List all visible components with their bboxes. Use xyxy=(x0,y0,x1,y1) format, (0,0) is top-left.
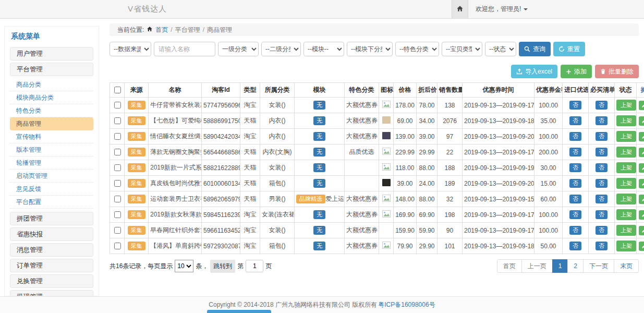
row-checkbox[interactable] xyxy=(114,180,121,187)
status-button[interactable]: 上架 xyxy=(616,100,636,111)
sidebar-subitem-4[interactable]: 特色分类 xyxy=(10,104,93,117)
icon-cell xyxy=(379,98,394,113)
reset-button[interactable]: 重置 xyxy=(553,42,585,56)
sidebar-item-1[interactable]: 平台管理 xyxy=(10,63,93,76)
row-checkbox[interactable] xyxy=(114,117,121,124)
imported-toggle[interactable]: 否 xyxy=(569,148,581,156)
home-button[interactable] xyxy=(452,0,468,18)
row-checkbox[interactable] xyxy=(114,211,121,218)
page-item-3[interactable]: 2 xyxy=(567,259,584,273)
data-source-select[interactable]: --数据来源-- xyxy=(110,42,151,56)
import-excel-button[interactable]: 导入excel xyxy=(511,65,557,78)
imported-toggle[interactable]: 否 xyxy=(569,242,581,250)
imported-toggle[interactable]: 否 xyxy=(569,226,581,235)
item-type-select[interactable]: --宝贝类型-- xyxy=(442,42,482,56)
sidebar-item-15[interactable]: 订单管理 xyxy=(10,259,93,272)
page-item-5[interactable]: 末页 xyxy=(614,259,639,273)
must-buy-toggle[interactable]: 否 xyxy=(596,163,607,172)
row-checkbox[interactable] xyxy=(114,133,121,140)
sidebar-item-13[interactable]: 省惠快报 xyxy=(10,227,93,241)
page-item-2[interactable]: 1 xyxy=(552,259,568,273)
jump-button[interactable]: 跳转到 xyxy=(210,260,235,273)
sidebar-item-17[interactable]: 提现管理 xyxy=(10,290,93,296)
sidebar-subitem-3[interactable]: 模块商品分类 xyxy=(10,91,93,104)
imported-toggle[interactable]: 否 xyxy=(569,195,581,203)
edit-button[interactable] xyxy=(639,242,644,251)
imported-toggle[interactable]: 否 xyxy=(569,116,581,125)
sidebar-subitem-8[interactable]: 轮播管理 xyxy=(10,156,93,170)
must-buy-toggle[interactable]: 否 xyxy=(596,148,607,156)
module-select[interactable]: --模块-- xyxy=(303,42,344,56)
edit-button[interactable] xyxy=(639,195,644,204)
imported-toggle[interactable]: 否 xyxy=(569,132,581,141)
edit-button[interactable] xyxy=(639,132,644,141)
status-cell: 上架 xyxy=(615,145,637,160)
must-buy-toggle[interactable]: 否 xyxy=(596,179,607,188)
module-subcategory-select[interactable]: --模块下分类-- xyxy=(347,42,393,56)
edit-button[interactable] xyxy=(639,101,644,110)
status-button[interactable]: 上架 xyxy=(616,194,636,204)
status-button[interactable]: 上架 xyxy=(616,115,636,126)
status-button[interactable]: 上架 xyxy=(616,162,636,173)
must-buy-toggle[interactable]: 否 xyxy=(596,101,607,110)
level1-category-select[interactable]: 一级分类 xyxy=(218,42,259,56)
user-menu[interactable]: 欢迎您，管理员! xyxy=(476,5,528,14)
batch-delete-button[interactable]: 批量删除 xyxy=(595,65,639,78)
sidebar-subitem-10[interactable]: 意见反馈 xyxy=(10,183,93,196)
edit-button[interactable] xyxy=(639,163,644,173)
row-checkbox[interactable] xyxy=(114,149,121,155)
must-buy-toggle[interactable]: 否 xyxy=(596,116,607,125)
status-button[interactable]: 上架 xyxy=(616,178,636,189)
sidebar-item-14[interactable]: 消息管理 xyxy=(10,243,93,257)
icp-link[interactable]: 粤ICP备16098006号 xyxy=(378,300,435,309)
sidebar-subitem-7[interactable]: 版本管理 xyxy=(10,143,93,156)
level2-category-select[interactable]: --二级分类-- xyxy=(261,42,301,56)
status-select[interactable]: --状态-- xyxy=(485,42,516,56)
row-checkbox[interactable] xyxy=(114,227,121,234)
breadcrumb-home-link[interactable]: 首页 xyxy=(155,26,168,34)
status-button[interactable]: 上架 xyxy=(616,131,636,142)
sidebar-subitem-2[interactable]: 商品分类 xyxy=(10,78,93,91)
edit-button[interactable] xyxy=(639,210,644,220)
imported-toggle[interactable]: 否 xyxy=(569,179,581,188)
page-number-input[interactable] xyxy=(246,260,263,272)
page-item-4[interactable]: 下一页 xyxy=(583,259,614,273)
status-button[interactable]: 上架 xyxy=(616,209,636,220)
edit-button[interactable] xyxy=(639,148,644,157)
name-input[interactable] xyxy=(154,42,215,56)
status-button[interactable]: 上架 xyxy=(616,147,636,158)
edit-button[interactable] xyxy=(639,116,644,126)
must-buy-toggle[interactable]: 否 xyxy=(596,195,607,203)
add-button[interactable]: 添加 xyxy=(561,65,592,78)
row-checkbox[interactable] xyxy=(114,243,121,249)
feature-category-select[interactable]: --特色分类-- xyxy=(395,42,439,56)
sidebar-item-12[interactable]: 拼团管理 xyxy=(10,212,93,225)
page-suffix: 页 xyxy=(265,262,272,271)
row-checkbox[interactable] xyxy=(114,196,121,202)
must-buy-toggle[interactable]: 否 xyxy=(596,132,607,141)
page-item-0[interactable]: 首页 xyxy=(497,259,522,273)
sidebar-item-16[interactable]: 兑换管理 xyxy=(10,274,93,288)
edit-button[interactable] xyxy=(639,179,644,188)
select-all-checkbox[interactable] xyxy=(114,87,121,93)
imported-toggle[interactable]: 否 xyxy=(569,101,581,110)
search-button[interactable]: 查询 xyxy=(519,42,551,56)
sidebar-item-0[interactable]: 用户管理 xyxy=(10,47,93,61)
sidebar-subitem-6[interactable]: 宣传物料 xyxy=(10,130,93,143)
must-buy-toggle[interactable]: 否 xyxy=(596,242,607,250)
page-item-1[interactable]: 上一页 xyxy=(521,259,553,273)
sidebar-subitem-11[interactable]: 平台配置 xyxy=(10,196,93,209)
checkbox-cell xyxy=(110,176,125,191)
sidebar-subitem-9[interactable]: 启动页管理 xyxy=(10,170,93,183)
imported-toggle[interactable]: 否 xyxy=(569,163,581,172)
status-button[interactable]: 上架 xyxy=(616,225,636,236)
per-page-select[interactable]: 10 xyxy=(175,260,193,272)
must-buy-toggle[interactable]: 否 xyxy=(596,210,607,219)
must-buy-toggle[interactable]: 否 xyxy=(596,226,607,235)
row-checkbox[interactable] xyxy=(114,102,121,109)
sidebar-subitem-5[interactable]: 商品管理 xyxy=(10,117,93,130)
edit-button[interactable] xyxy=(639,226,644,235)
imported-toggle[interactable]: 否 xyxy=(569,210,581,219)
row-checkbox[interactable] xyxy=(114,164,121,171)
status-button[interactable]: 上架 xyxy=(616,240,636,251)
